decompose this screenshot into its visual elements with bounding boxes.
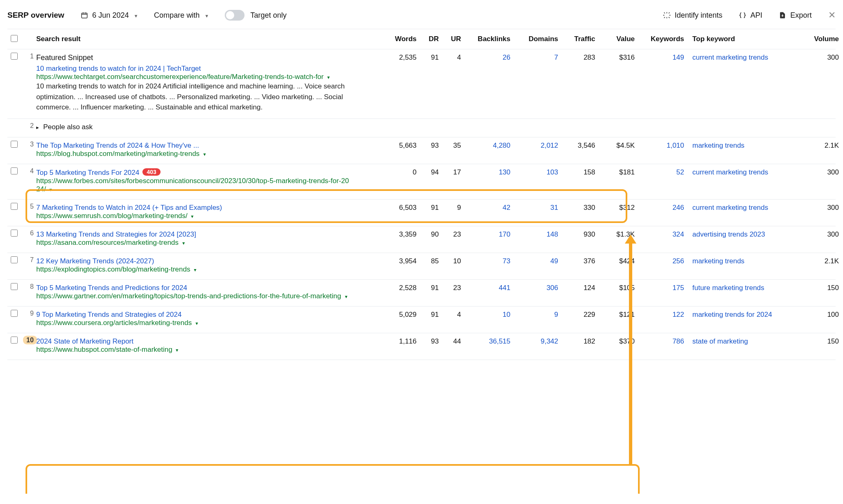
backlinks-value[interactable]: 26 — [463, 49, 513, 65]
col-domains[interactable]: Domains — [513, 29, 561, 49]
top-keyword[interactable]: future marketing trends — [687, 280, 802, 295]
keywords-value[interactable]: 324 — [637, 226, 687, 242]
keywords-value[interactable]: 149 — [637, 49, 687, 65]
row-checkbox[interactable] — [11, 256, 18, 263]
result-url[interactable]: https://www.gartner.com/en/marketing/top… — [36, 292, 349, 300]
result-url[interactable]: https://www.semrush.com/blog/marketing-t… — [36, 212, 349, 220]
row-checkbox[interactable] — [11, 53, 18, 60]
api-button[interactable]: API — [739, 11, 762, 20]
col-volume[interactable]: Volume — [802, 29, 841, 49]
col-ur[interactable]: UR — [441, 29, 463, 49]
identify-intents-button[interactable]: Identify intents — [663, 11, 722, 20]
dr-value: 91 — [419, 49, 441, 65]
result-url[interactable]: https://explodingtopics.com/blog/marketi… — [36, 265, 349, 274]
backlinks-value[interactable]: 36,515 — [463, 333, 513, 349]
keywords-value[interactable]: 175 — [637, 280, 687, 295]
keywords-value[interactable]: 246 — [637, 200, 687, 215]
result-title[interactable]: 9 Top Marketing Trends and Strategies of… — [36, 311, 182, 318]
top-keyword[interactable]: current marketing trends — [687, 164, 802, 180]
words-value: 2,528 — [382, 280, 419, 295]
people-also-ask[interactable]: People also ask — [36, 123, 380, 131]
backlinks-value[interactable]: 170 — [463, 226, 513, 242]
export-button[interactable]: Export — [779, 11, 812, 20]
chevron-down-icon — [202, 150, 206, 158]
backlinks-value[interactable]: 73 — [463, 253, 513, 269]
col-words[interactable]: Words — [382, 29, 419, 49]
backlinks-value[interactable]: 10 — [463, 307, 513, 322]
row-checkbox[interactable] — [11, 230, 18, 237]
keywords-value[interactable]: 1,010 — [637, 137, 687, 153]
domains-value[interactable]: 49 — [513, 253, 561, 269]
table-row: 613 Marketing Trends and Strategies for … — [7, 226, 836, 253]
volume-value: 2.1K — [802, 253, 841, 269]
date-picker[interactable]: 6 Jun 2024 — [81, 11, 137, 20]
result-title[interactable]: 7 Marketing Trends to Watch in 2024 (+ T… — [36, 204, 222, 211]
result-title[interactable]: Top 5 Marketing Trends and Predictions f… — [36, 284, 187, 292]
chevron-down-icon — [133, 11, 137, 20]
target-only-toggle[interactable]: Target only — [225, 10, 286, 21]
row-checkbox[interactable] — [11, 141, 18, 148]
keywords-value[interactable]: 786 — [637, 333, 687, 349]
result-url[interactable]: https://www.coursera.org/articles/market… — [36, 319, 349, 327]
chevron-down-icon — [343, 292, 347, 300]
top-keyword[interactable]: marketing trends for 2024 — [687, 307, 802, 322]
domains-value[interactable]: 2,012 — [513, 137, 561, 153]
result-url[interactable]: https://www.forbes.com/sites/forbescommu… — [36, 177, 349, 193]
domains-value[interactable]: 7 — [513, 49, 561, 65]
close-button[interactable]: ✕ — [828, 10, 836, 21]
identify-label: Identify intents — [675, 11, 722, 20]
domains-value[interactable]: 9,342 — [513, 333, 561, 349]
col-backlinks[interactable]: Backlinks — [463, 29, 513, 49]
row-checkbox[interactable] — [11, 203, 18, 210]
select-all-checkbox[interactable] — [11, 35, 18, 42]
toggle-switch-icon — [225, 10, 245, 21]
result-title[interactable]: 13 Marketing Trends and Strategies for 2… — [36, 230, 196, 238]
backlinks-value[interactable]: 42 — [463, 200, 513, 215]
backlinks-value[interactable]: 441 — [463, 280, 513, 295]
domains-value[interactable]: 306 — [513, 280, 561, 295]
result-title[interactable]: The Top Marketing Trends of 2024 & How T… — [36, 142, 199, 149]
col-search-result[interactable]: Search result — [36, 29, 382, 49]
domains-value[interactable]: 9 — [513, 307, 561, 322]
backlinks-value[interactable]: 4,280 — [463, 137, 513, 153]
result-title[interactable]: 12 Key Marketing Trends (2024-2027) — [36, 257, 154, 265]
position: 7 — [21, 253, 36, 267]
chevron-down-icon — [48, 185, 52, 193]
col-top-keyword[interactable]: Top keyword — [687, 29, 802, 49]
compare-with-button[interactable]: Compare with — [154, 11, 208, 20]
top-keyword[interactable]: current marketing trends — [687, 49, 802, 65]
domains-value[interactable]: 148 — [513, 226, 561, 242]
row-checkbox[interactable] — [11, 337, 18, 344]
row-checkbox[interactable] — [11, 167, 18, 174]
row-checkbox[interactable] — [11, 283, 18, 290]
col-keywords[interactable]: Keywords — [637, 29, 687, 49]
download-file-icon — [779, 12, 786, 19]
result-url[interactable]: https://www.hubspot.com/state-of-marketi… — [36, 346, 349, 354]
result-url[interactable]: https://blog.hubspot.com/marketing/marke… — [36, 150, 349, 158]
top-keyword[interactable]: current marketing trends — [687, 200, 802, 215]
col-dr[interactable]: DR — [419, 29, 441, 49]
result-cell: 9 Top Marketing Trends and Strategies of… — [36, 307, 382, 333]
result-title[interactable]: 2024 State of Marketing Report — [36, 337, 133, 345]
chevron-down-icon — [326, 73, 330, 81]
result-url[interactable]: https://asana.com/resources/marketing-tr… — [36, 239, 349, 247]
domains-value[interactable]: 31 — [513, 200, 561, 215]
top-keyword[interactable]: marketing trends — [687, 253, 802, 269]
domains-value[interactable]: 103 — [513, 164, 561, 180]
traffic-value: 283 — [561, 49, 598, 65]
top-keyword[interactable]: marketing trends — [687, 137, 802, 153]
result-title[interactable]: Top 5 Marketing Trends For 2024 — [36, 169, 139, 177]
result-title[interactable]: 10 marketing trends to watch for in 2024… — [36, 65, 201, 72]
row-checkbox[interactable] — [11, 310, 18, 317]
position: 1 — [21, 49, 36, 63]
col-value[interactable]: Value — [598, 29, 637, 49]
result-url[interactable]: https://www.techtarget.com/searchcustome… — [36, 73, 349, 81]
backlinks-value[interactable]: 130 — [463, 164, 513, 180]
top-keyword[interactable]: state of marketing — [687, 333, 802, 349]
dr-value: 91 — [419, 200, 441, 215]
keywords-value[interactable]: 122 — [637, 307, 687, 322]
keywords-value[interactable]: 52 — [637, 164, 687, 180]
col-traffic[interactable]: Traffic — [561, 29, 598, 49]
top-keyword[interactable]: advertising trends 2023 — [687, 226, 802, 242]
keywords-value[interactable]: 256 — [637, 253, 687, 269]
